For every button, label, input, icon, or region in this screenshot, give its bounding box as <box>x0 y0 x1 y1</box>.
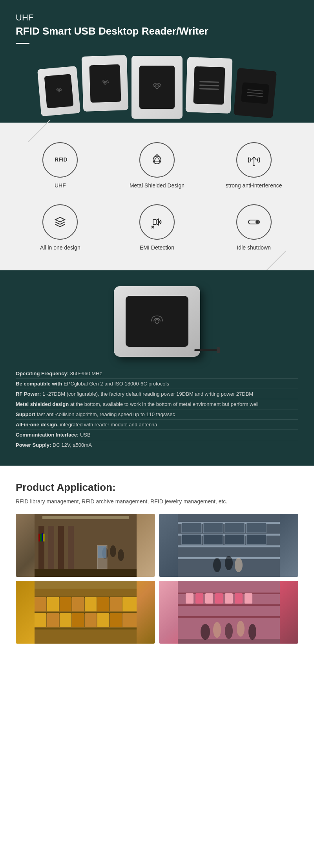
svg-rect-26 <box>38 534 40 541</box>
device-card <box>37 66 80 116</box>
hero-section: UHF RFID Smart USB Desktop Reader/Writer <box>0 0 314 123</box>
svg-point-90 <box>237 621 245 637</box>
svg-rect-79 <box>178 616 280 618</box>
svg-rect-78 <box>178 604 280 606</box>
svg-rect-68 <box>60 613 71 627</box>
feature-label-emi: EMI Detection <box>140 244 174 251</box>
spec-item: Operating Frequency: 860~960 MHz <box>16 369 298 379</box>
svg-rect-43 <box>203 523 223 533</box>
svg-point-87 <box>201 624 210 640</box>
spec-item: Communication Interface: USB <box>16 430 298 440</box>
svg-point-1 <box>104 83 106 84</box>
feature-label-toggle: Idle shutdown <box>237 244 270 251</box>
svg-point-88 <box>213 622 221 638</box>
svg-point-89 <box>225 623 233 639</box>
svg-rect-72 <box>110 613 122 627</box>
spec-item: Be compatible with EPCglobal Gen 2 and I… <box>16 379 298 389</box>
svg-line-7 <box>159 158 160 162</box>
svg-rect-27 <box>40 534 42 541</box>
svg-rect-82 <box>205 593 213 604</box>
spec-item: Metal shielded design at the bottom, ava… <box>16 399 298 409</box>
svg-rect-28 <box>42 533 43 541</box>
specs-list: Operating Frequency: 860~960 MHz Be comp… <box>16 369 298 450</box>
spec-item: All-in-one design, integrated with reade… <box>16 420 298 430</box>
svg-point-52 <box>235 558 243 572</box>
svg-rect-67 <box>47 613 59 627</box>
svg-rect-25 <box>68 526 74 573</box>
page-title: UHF RFID Smart USB Desktop Reader/Writer <box>16 12 298 38</box>
svg-rect-66 <box>35 613 46 627</box>
spec-item: Power Supply: DC 12V, ≤500mA <box>16 440 298 450</box>
feature-label-antenna: strong anti-interference <box>226 182 282 189</box>
svg-rect-65 <box>122 597 137 611</box>
svg-point-17 <box>256 220 259 224</box>
svg-rect-44 <box>225 523 245 533</box>
features-grid: RFID UHF Metal Shielded Design <box>16 142 298 251</box>
svg-point-12 <box>253 165 255 166</box>
app-image-library <box>16 514 155 577</box>
svg-rect-13 <box>153 220 156 224</box>
svg-rect-60 <box>60 597 71 611</box>
device-card <box>186 57 233 114</box>
app-image-store <box>159 581 298 644</box>
svg-rect-49 <box>246 534 266 545</box>
app-subtitle: RFID library management, RFID archive ma… <box>16 498 298 505</box>
specs-section: Operating Frequency: 860~960 MHz Be comp… <box>0 270 314 466</box>
svg-rect-42 <box>182 523 201 533</box>
svg-text:RFID: RFID <box>55 156 68 163</box>
feature-emi-detection: EMI Detection <box>113 204 202 251</box>
feature-idle-shutdown: Idle shutdown <box>209 204 298 251</box>
app-image-office <box>159 514 298 577</box>
feature-icon-circle-shield <box>139 142 175 178</box>
spec-item: RF Power: 1~27DBM (configurable), the fa… <box>16 389 298 399</box>
svg-point-91 <box>248 624 256 640</box>
svg-rect-74 <box>35 581 137 589</box>
specs-device-image <box>16 286 298 357</box>
svg-point-32 <box>110 545 116 557</box>
svg-rect-62 <box>85 597 97 611</box>
svg-rect-63 <box>97 597 109 611</box>
device-card <box>234 68 277 118</box>
feature-icon-circle-toggle <box>236 204 272 240</box>
app-image-grid <box>16 514 298 644</box>
svg-rect-81 <box>195 593 203 604</box>
features-section: RFID UHF Metal Shielded Design <box>0 123 314 270</box>
svg-rect-29 <box>43 534 45 541</box>
svg-point-50 <box>213 558 221 572</box>
svg-rect-85 <box>235 593 243 604</box>
svg-point-51 <box>225 556 233 570</box>
feature-icon-circle-emi <box>139 204 175 240</box>
feature-metal-shield: Metal Shielded Design <box>113 142 202 189</box>
svg-rect-45 <box>246 523 266 533</box>
svg-point-0 <box>58 90 60 92</box>
device-card-main <box>131 56 183 119</box>
feature-label-shield: Metal Shielded Design <box>130 182 184 189</box>
app-image-warehouse <box>16 581 155 644</box>
feature-icon-circle-layers <box>42 204 78 240</box>
svg-rect-73 <box>122 613 137 627</box>
svg-rect-57 <box>35 628 137 629</box>
svg-rect-24 <box>58 526 64 573</box>
svg-rect-61 <box>72 597 84 611</box>
svg-rect-84 <box>225 593 233 604</box>
svg-rect-21 <box>42 516 129 519</box>
svg-rect-86 <box>245 593 252 604</box>
svg-point-2 <box>156 86 158 88</box>
feature-label-layers: All in one design <box>40 244 80 251</box>
device-card <box>82 55 129 112</box>
feature-icon-circle-antenna <box>236 142 272 178</box>
svg-rect-22 <box>38 526 44 573</box>
svg-point-33 <box>118 549 124 561</box>
svg-rect-40 <box>178 545 280 547</box>
svg-rect-35 <box>98 546 106 558</box>
svg-point-18 <box>155 319 159 323</box>
svg-rect-80 <box>186 593 194 604</box>
hero-divider <box>16 43 29 44</box>
svg-rect-69 <box>72 613 84 627</box>
svg-rect-71 <box>97 613 109 627</box>
applications-section: Product Application: RFID library manage… <box>0 466 314 659</box>
svg-rect-92 <box>178 639 280 644</box>
svg-rect-48 <box>225 534 245 545</box>
svg-rect-58 <box>35 597 46 611</box>
app-section-title: Product Application: <box>16 481 298 494</box>
